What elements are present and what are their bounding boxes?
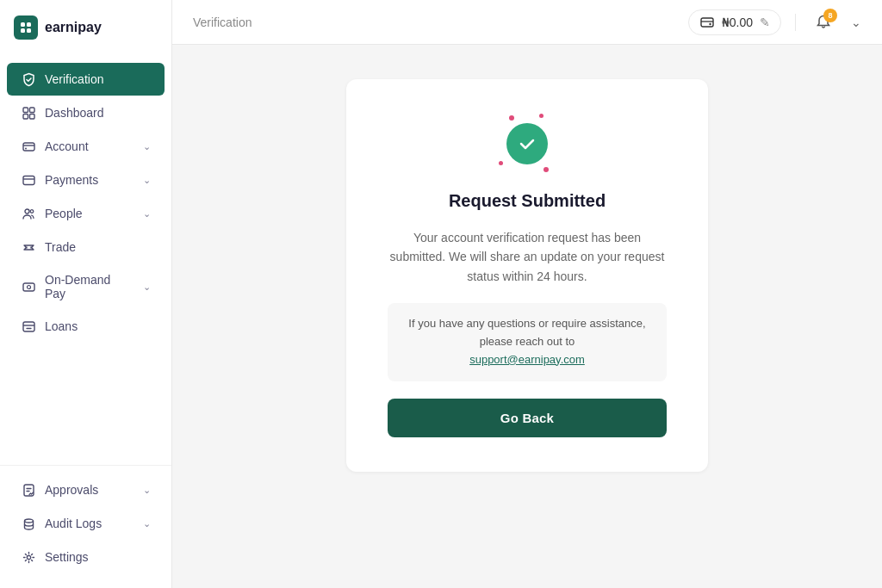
settings-icon xyxy=(21,549,36,565)
svg-rect-4 xyxy=(23,108,28,113)
svg-point-9 xyxy=(25,147,27,149)
support-email-link[interactable]: support@earnipay.com xyxy=(469,353,585,366)
svg-rect-8 xyxy=(23,143,34,151)
svg-point-18 xyxy=(27,555,30,559)
shield-check-icon xyxy=(21,71,36,87)
chevron-down-icon: ⌄ xyxy=(143,141,151,152)
sidebar-item-audit-logs[interactable]: Audit Logs ⌄ xyxy=(7,507,165,540)
edit-icon: ✎ xyxy=(760,15,770,29)
account-icon xyxy=(21,139,36,154)
svg-point-20 xyxy=(709,22,711,24)
chevron-down-icon: ⌄ xyxy=(143,175,151,186)
header-divider xyxy=(795,14,796,31)
loans-icon xyxy=(21,319,36,334)
svg-point-14 xyxy=(27,285,30,288)
card-description: Your account verification request has be… xyxy=(388,228,667,286)
logo: earnipay xyxy=(0,0,171,55)
main-area: Verification ₦0.00 ✎ 8 ⌄ xyxy=(172,0,882,588)
svg-rect-7 xyxy=(29,114,34,119)
svg-rect-5 xyxy=(29,108,34,113)
chevron-down-icon: ⌄ xyxy=(143,208,151,220)
notification-button[interactable]: 8 xyxy=(810,9,837,36)
verification-card: Request Submitted Your account verificat… xyxy=(346,79,708,472)
svg-rect-16 xyxy=(24,485,34,496)
success-icon-area xyxy=(497,114,557,174)
sidebar: earnipay Verification Da xyxy=(0,0,172,588)
logo-icon xyxy=(14,15,38,40)
chevron-down-icon: ⌄ xyxy=(143,282,151,293)
svg-rect-15 xyxy=(23,322,34,331)
nav-top: Verification Dashboard xyxy=(0,55,171,465)
user-menu-chevron[interactable]: ⌄ xyxy=(851,15,861,29)
sidebar-item-loans[interactable]: Loans xyxy=(7,310,165,343)
decorative-dot-2 xyxy=(539,114,543,118)
trade-icon xyxy=(21,239,36,255)
logo-text: earnipay xyxy=(45,20,102,35)
sidebar-item-people[interactable]: People ⌄ xyxy=(7,197,165,230)
approvals-icon xyxy=(21,482,36,498)
content-area: Request Submitted Your account verificat… xyxy=(172,45,882,588)
svg-rect-3 xyxy=(27,28,31,33)
check-circle-icon xyxy=(506,123,548,164)
sidebar-item-dashboard[interactable]: Dashboard xyxy=(7,96,165,129)
sidebar-item-account[interactable]: Account ⌄ xyxy=(7,130,165,163)
sidebar-item-settings[interactable]: Settings xyxy=(7,541,165,573)
chevron-down-icon: ⌄ xyxy=(143,518,151,529)
svg-rect-6 xyxy=(23,114,28,119)
sidebar-item-verification[interactable]: Verification xyxy=(7,63,165,96)
balance-value: ₦0.00 xyxy=(722,15,753,29)
sidebar-item-trade[interactable]: Trade xyxy=(7,231,165,263)
wallet-icon xyxy=(699,15,715,30)
decorative-dot-1 xyxy=(509,115,514,121)
decorative-dot-4 xyxy=(543,167,549,172)
people-icon xyxy=(21,206,36,221)
svg-rect-19 xyxy=(701,18,713,27)
page-title: Verification xyxy=(193,15,252,29)
decorative-dot-3 xyxy=(499,161,503,165)
go-back-button[interactable]: Go Back xyxy=(388,399,667,437)
card-title: Request Submitted xyxy=(449,191,606,211)
on-demand-icon xyxy=(21,279,36,294)
svg-point-17 xyxy=(24,519,33,523)
header: Verification ₦0.00 ✎ 8 ⌄ xyxy=(172,0,882,45)
nav-bottom: Approvals ⌄ Audit Logs ⌄ xyxy=(0,465,171,588)
payments-icon xyxy=(21,172,36,188)
chevron-down-icon: ⌄ xyxy=(143,485,151,496)
sidebar-item-approvals[interactable]: Approvals ⌄ xyxy=(7,473,165,506)
sidebar-item-payments[interactable]: Payments ⌄ xyxy=(7,164,165,196)
svg-rect-2 xyxy=(21,28,25,33)
svg-point-12 xyxy=(30,209,34,213)
grid-icon xyxy=(21,105,36,121)
notification-badge: 8 xyxy=(823,9,837,22)
card-info-box: If you have any questions or require ass… xyxy=(388,303,667,381)
balance-display: ₦0.00 ✎ xyxy=(688,9,781,35)
audit-icon xyxy=(21,516,36,531)
info-text: If you have any questions or require ass… xyxy=(408,317,645,348)
svg-point-11 xyxy=(25,209,29,214)
svg-rect-13 xyxy=(23,283,34,291)
sidebar-item-on-demand-pay[interactable]: On-Demand Pay ⌄ xyxy=(7,264,165,309)
svg-rect-10 xyxy=(23,176,34,184)
svg-rect-0 xyxy=(21,22,25,27)
svg-rect-1 xyxy=(27,22,31,27)
